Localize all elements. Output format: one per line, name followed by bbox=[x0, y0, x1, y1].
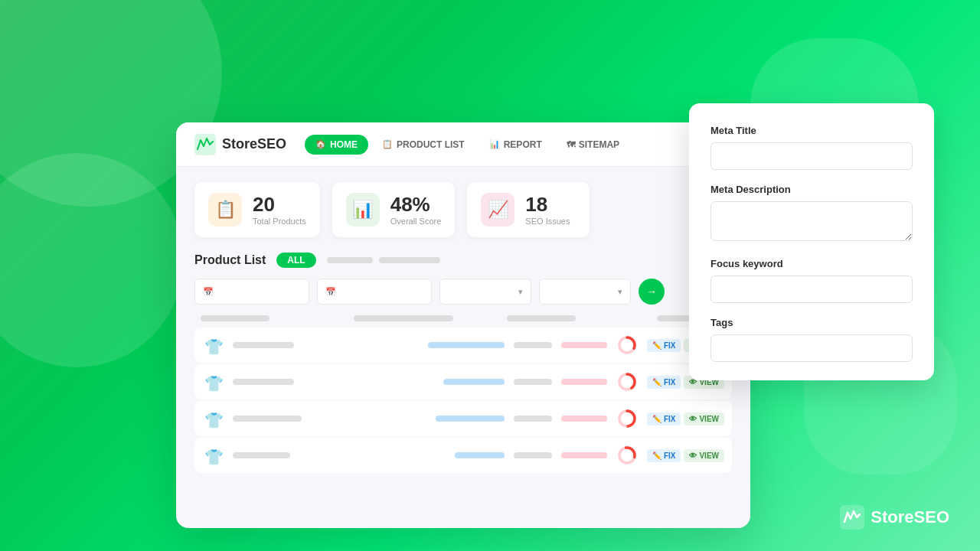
product-rows: 👕 ✏️ FIX 👁 VIEW bbox=[194, 328, 732, 473]
table-row: 👕 ✏️ FIX 👁 VIEW bbox=[194, 401, 732, 436]
meta-description-input[interactable] bbox=[710, 201, 913, 241]
seo-issues-icon: 📈 bbox=[488, 200, 508, 220]
status-filter[interactable]: ▾ bbox=[439, 279, 531, 305]
chevron-down-icon-2: ▾ bbox=[618, 287, 622, 297]
score-text-ph-2 bbox=[514, 379, 552, 385]
fix-icon-3: ✏️ bbox=[652, 415, 662, 423]
stat-seo-issues: 📈 18 SEO Issues bbox=[467, 182, 590, 237]
view-label-4: VIEW bbox=[699, 452, 719, 460]
svg-rect-1 bbox=[194, 134, 216, 155]
tags-field: Tags bbox=[710, 317, 913, 362]
meta-title-field: Meta Title bbox=[710, 125, 913, 170]
filter-placeholder-group bbox=[327, 257, 440, 263]
filter-ph-2 bbox=[379, 257, 440, 263]
stat-total-products: 📋 20 Total Products bbox=[194, 182, 320, 237]
view-icon-4: 👁 bbox=[689, 452, 697, 460]
focus-keyword-label: Focus keyword bbox=[710, 258, 913, 269]
fix-label-1: FIX bbox=[664, 341, 676, 350]
tags-input[interactable] bbox=[710, 334, 913, 362]
product-name-ph-3 bbox=[233, 416, 302, 422]
app-logo-text: StoreSEO bbox=[222, 136, 286, 152]
fix-button-3[interactable]: ✏️ FIX bbox=[647, 412, 681, 425]
product-name-ph-2 bbox=[233, 379, 294, 385]
product-list-icon: 📋 bbox=[382, 139, 393, 149]
app-header: StoreSEO 🏠 HOME 📋 PRODUCT LIST 📊 REPORT … bbox=[176, 122, 750, 167]
overall-score-number: 48% bbox=[390, 194, 442, 214]
watermark-logo-icon bbox=[840, 505, 864, 530]
score-bar-ph-3 bbox=[561, 416, 607, 422]
product-image-4: 👕 bbox=[202, 445, 224, 466]
product-section: Product List ALL 📅 📅 ▾ ▾ bbox=[176, 237, 750, 473]
stat-seo-issues-info: 18 SEO Issues bbox=[525, 194, 570, 226]
nav-report-label: REPORT bbox=[504, 139, 542, 150]
apply-filter-button[interactable]: → bbox=[639, 279, 665, 305]
meta-description-field: Meta Description bbox=[710, 184, 913, 244]
nav-product-list-label: PRODUCT LIST bbox=[397, 139, 465, 150]
brand-watermark: StoreSEO bbox=[840, 505, 949, 530]
table-row: 👕 ✏️ FIX 👁 VIEW bbox=[194, 438, 732, 473]
stats-row: 📋 20 Total Products 📊 48% Overall Score … bbox=[176, 167, 750, 237]
th-product bbox=[201, 315, 270, 321]
score-donut-1 bbox=[616, 334, 638, 356]
keyword-ph-4 bbox=[455, 452, 505, 458]
fix-button-2[interactable]: ✏️ FIX bbox=[647, 376, 681, 389]
focus-keyword-input[interactable] bbox=[710, 276, 913, 303]
calendar-icon-2: 📅 bbox=[325, 287, 336, 297]
nav-sitemap[interactable]: 🗺 SITEMAP bbox=[556, 135, 630, 155]
view-button-3[interactable]: 👁 VIEW bbox=[684, 412, 724, 425]
score-bar-ph-4 bbox=[561, 452, 607, 458]
sitemap-icon: 🗺 bbox=[567, 140, 575, 149]
view-icon-3: 👁 bbox=[689, 415, 697, 423]
seo-issues-icon-box: 📈 bbox=[481, 193, 514, 227]
product-image-1: 👕 bbox=[202, 334, 224, 356]
fix-button-4[interactable]: ✏️ FIX bbox=[647, 449, 681, 462]
overall-score-label: Overall Score bbox=[390, 217, 442, 226]
nav-report[interactable]: 📊 REPORT bbox=[479, 135, 553, 155]
score-donut-3 bbox=[616, 408, 638, 429]
date-filter-2[interactable]: 📅 bbox=[317, 279, 432, 305]
fix-icon-2: ✏️ bbox=[652, 378, 662, 386]
focus-keyword-field: Focus keyword bbox=[710, 258, 913, 303]
nav-home[interactable]: 🏠 HOME bbox=[305, 135, 368, 155]
stat-total-products-info: 20 Total Products bbox=[253, 194, 306, 226]
main-nav: 🏠 HOME 📋 PRODUCT LIST 📊 REPORT 🗺 SITEMAP bbox=[305, 135, 732, 155]
score-bar-ph-1 bbox=[561, 342, 607, 348]
nav-product-list[interactable]: 📋 PRODUCT LIST bbox=[371, 135, 475, 155]
th-score bbox=[507, 315, 576, 321]
fix-label-2: FIX bbox=[664, 378, 676, 386]
product-image-2: 👕 bbox=[202, 371, 224, 393]
view-button-4[interactable]: 👁 VIEW bbox=[684, 449, 724, 462]
seo-issues-number: 18 bbox=[525, 194, 570, 214]
bg-decoration-2 bbox=[0, 153, 184, 367]
filter-ph-1 bbox=[327, 257, 373, 263]
score-donut-4 bbox=[616, 445, 638, 466]
th-keyword bbox=[354, 315, 453, 321]
table-row: 👕 ✏️ FIX 👁 VIEW bbox=[194, 364, 732, 399]
home-icon: 🏠 bbox=[315, 139, 326, 149]
svg-text:👕: 👕 bbox=[204, 337, 223, 355]
total-products-icon-box: 📋 bbox=[208, 193, 242, 227]
meta-panel: Meta Title Meta Description Focus keywor… bbox=[689, 103, 934, 380]
product-image-3: 👕 bbox=[202, 408, 224, 429]
fix-label-3: FIX bbox=[664, 415, 676, 423]
fix-icon-4: ✏️ bbox=[652, 452, 662, 460]
filter-row: 📅 📅 ▾ ▾ → bbox=[194, 279, 732, 305]
fix-icon-1: ✏️ bbox=[652, 341, 662, 350]
total-products-number: 20 bbox=[253, 194, 306, 214]
score-filter[interactable]: ▾ bbox=[539, 279, 631, 305]
view-label-3: VIEW bbox=[699, 415, 719, 423]
score-text-ph-1 bbox=[514, 342, 552, 348]
score-donut-2 bbox=[616, 371, 638, 393]
date-filter-1[interactable]: 📅 bbox=[194, 279, 309, 305]
all-filter-badge[interactable]: ALL bbox=[276, 253, 315, 268]
overall-score-icon-box: 📊 bbox=[346, 193, 380, 227]
tags-label: Tags bbox=[710, 317, 913, 328]
product-name-ph-1 bbox=[233, 342, 294, 348]
meta-title-input[interactable] bbox=[710, 142, 913, 170]
fix-button-1[interactable]: ✏️ FIX bbox=[647, 339, 681, 352]
report-icon: 📊 bbox=[489, 139, 500, 149]
total-products-label: Total Products bbox=[253, 217, 306, 226]
product-name-ph-4 bbox=[233, 452, 290, 458]
search-icon: → bbox=[646, 285, 657, 298]
total-products-icon: 📋 bbox=[215, 200, 236, 220]
